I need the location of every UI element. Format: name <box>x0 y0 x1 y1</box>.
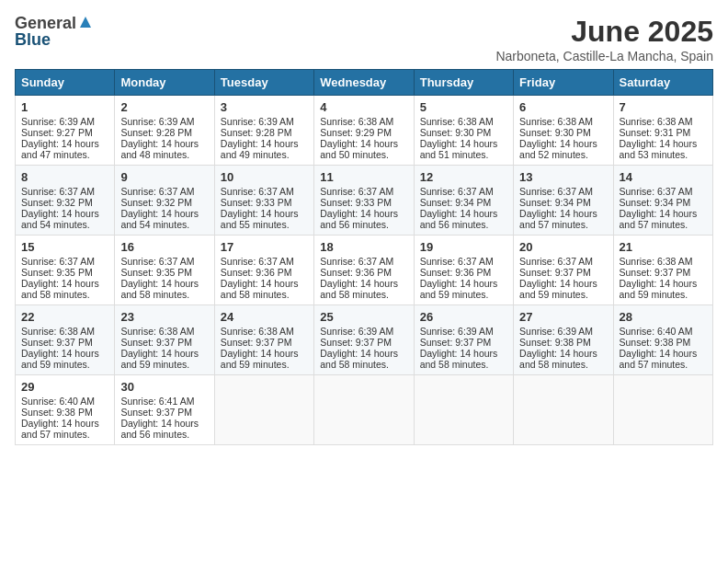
page-header: General Blue June 2025 Narboneta, Castil… <box>15 15 713 63</box>
day-number: 28 <box>620 310 707 324</box>
weekday-header: Tuesday <box>214 70 313 96</box>
sunrise-label: Sunrise: 6:39 AM <box>120 116 194 127</box>
sunrise-label: Sunrise: 6:37 AM <box>519 186 593 197</box>
daylight-label: Daylight: 14 hours and 52 minutes. <box>519 138 597 160</box>
sunset-label: Sunset: 9:29 PM <box>320 127 392 138</box>
sunset-label: Sunset: 9:31 PM <box>620 127 691 138</box>
sunset-label: Sunset: 9:37 PM <box>620 267 691 278</box>
day-number: 2 <box>120 100 208 114</box>
calendar-cell: 30 Sunrise: 6:41 AM Sunset: 9:37 PM Dayl… <box>115 375 214 445</box>
daylight-label: Daylight: 14 hours and 57 minutes. <box>620 208 698 230</box>
calendar-cell <box>214 375 313 445</box>
sunrise-label: Sunrise: 6:38 AM <box>620 116 693 127</box>
day-number: 5 <box>420 100 507 114</box>
sunrise-label: Sunrise: 6:37 AM <box>420 186 494 197</box>
sunrise-label: Sunrise: 6:37 AM <box>221 256 294 267</box>
calendar-cell: 12 Sunrise: 6:37 AM Sunset: 9:34 PM Dayl… <box>414 166 513 236</box>
daylight-label: Daylight: 14 hours and 57 minutes. <box>21 418 99 440</box>
sunset-label: Sunset: 9:38 PM <box>519 337 591 348</box>
daylight-label: Daylight: 14 hours and 56 minutes. <box>420 208 498 230</box>
sunset-label: Sunset: 9:36 PM <box>221 267 292 278</box>
day-number: 11 <box>320 170 407 184</box>
sunset-label: Sunset: 9:34 PM <box>420 197 492 208</box>
daylight-label: Daylight: 14 hours and 50 minutes. <box>320 138 398 160</box>
daylight-label: Daylight: 14 hours and 58 minutes. <box>221 278 299 300</box>
sunset-label: Sunset: 9:37 PM <box>21 337 93 348</box>
daylight-label: Daylight: 14 hours and 58 minutes. <box>120 278 199 300</box>
sunrise-label: Sunrise: 6:37 AM <box>120 256 194 267</box>
daylight-label: Daylight: 14 hours and 54 minutes. <box>21 208 99 230</box>
sunset-label: Sunset: 9:37 PM <box>519 267 591 278</box>
title-block: June 2025 Narboneta, Castille-La Mancha,… <box>495 15 713 63</box>
weekday-header: Friday <box>514 70 613 96</box>
sunset-label: Sunset: 9:36 PM <box>320 267 392 278</box>
logo: General Blue <box>15 15 92 50</box>
svg-marker-0 <box>80 17 91 28</box>
sunset-label: Sunset: 9:28 PM <box>120 127 192 138</box>
calendar-cell: 24 Sunrise: 6:38 AM Sunset: 9:37 PM Dayl… <box>214 305 313 375</box>
calendar-cell: 25 Sunrise: 6:39 AM Sunset: 9:37 PM Dayl… <box>314 305 414 375</box>
sunset-label: Sunset: 9:38 PM <box>21 407 93 418</box>
sunrise-label: Sunrise: 6:39 AM <box>420 326 494 337</box>
daylight-label: Daylight: 14 hours and 54 minutes. <box>120 208 199 230</box>
calendar-cell: 23 Sunrise: 6:38 AM Sunset: 9:37 PM Dayl… <box>115 305 214 375</box>
day-number: 18 <box>320 240 407 254</box>
sunset-label: Sunset: 9:34 PM <box>620 197 691 208</box>
calendar-cell: 14 Sunrise: 6:37 AM Sunset: 9:34 PM Dayl… <box>613 166 712 236</box>
day-number: 3 <box>221 100 308 114</box>
daylight-label: Daylight: 14 hours and 56 minutes. <box>120 418 199 440</box>
day-number: 24 <box>221 310 308 324</box>
sunrise-label: Sunrise: 6:37 AM <box>120 186 194 197</box>
calendar-cell: 9 Sunrise: 6:37 AM Sunset: 9:32 PM Dayli… <box>115 166 214 236</box>
sunrise-label: Sunrise: 6:40 AM <box>620 326 693 337</box>
sunset-label: Sunset: 9:35 PM <box>21 267 93 278</box>
logo-triangle-icon <box>79 16 92 32</box>
calendar-cell: 15 Sunrise: 6:37 AM Sunset: 9:35 PM Dayl… <box>16 236 115 305</box>
day-number: 26 <box>420 310 507 324</box>
day-number: 10 <box>221 170 308 184</box>
sunrise-label: Sunrise: 6:38 AM <box>120 326 194 337</box>
daylight-label: Daylight: 14 hours and 58 minutes. <box>21 278 99 300</box>
weekday-header: Sunday <box>16 70 115 96</box>
sunrise-label: Sunrise: 6:37 AM <box>21 186 95 197</box>
daylight-label: Daylight: 14 hours and 58 minutes. <box>320 348 398 370</box>
sunrise-label: Sunrise: 6:37 AM <box>420 256 494 267</box>
sunrise-label: Sunrise: 6:41 AM <box>120 396 194 407</box>
day-number: 1 <box>21 100 108 114</box>
weekday-header: Saturday <box>613 70 712 96</box>
calendar-cell: 29 Sunrise: 6:40 AM Sunset: 9:38 PM Dayl… <box>16 375 115 445</box>
calendar-cell: 3 Sunrise: 6:39 AM Sunset: 9:28 PM Dayli… <box>214 96 313 166</box>
daylight-label: Daylight: 14 hours and 51 minutes. <box>420 138 498 160</box>
calendar-cell: 17 Sunrise: 6:37 AM Sunset: 9:36 PM Dayl… <box>214 236 313 305</box>
sunrise-label: Sunrise: 6:38 AM <box>620 256 693 267</box>
calendar-cell: 28 Sunrise: 6:40 AM Sunset: 9:38 PM Dayl… <box>613 305 712 375</box>
sunset-label: Sunset: 9:33 PM <box>221 197 292 208</box>
sunrise-label: Sunrise: 6:38 AM <box>420 116 494 127</box>
sunset-label: Sunset: 9:30 PM <box>519 127 591 138</box>
daylight-label: Daylight: 14 hours and 49 minutes. <box>221 138 299 160</box>
sunset-label: Sunset: 9:37 PM <box>320 337 392 348</box>
calendar-cell: 11 Sunrise: 6:37 AM Sunset: 9:33 PM Dayl… <box>314 166 414 236</box>
calendar-cell: 22 Sunrise: 6:38 AM Sunset: 9:37 PM Dayl… <box>16 305 115 375</box>
sunrise-label: Sunrise: 6:37 AM <box>320 256 393 267</box>
sunset-label: Sunset: 9:36 PM <box>420 267 492 278</box>
daylight-label: Daylight: 14 hours and 59 minutes. <box>120 348 199 370</box>
sunset-label: Sunset: 9:38 PM <box>620 337 691 348</box>
sunrise-label: Sunrise: 6:39 AM <box>320 326 393 337</box>
daylight-label: Daylight: 14 hours and 57 minutes. <box>519 208 597 230</box>
sunset-label: Sunset: 9:33 PM <box>320 197 392 208</box>
calendar-cell: 10 Sunrise: 6:37 AM Sunset: 9:33 PM Dayl… <box>214 166 313 236</box>
daylight-label: Daylight: 14 hours and 59 minutes. <box>221 348 299 370</box>
month-year: June 2025 <box>495 15 713 49</box>
sunset-label: Sunset: 9:32 PM <box>21 197 93 208</box>
weekday-header: Monday <box>115 70 214 96</box>
daylight-label: Daylight: 14 hours and 56 minutes. <box>320 208 398 230</box>
sunrise-label: Sunrise: 6:37 AM <box>21 256 95 267</box>
day-number: 23 <box>120 310 208 324</box>
daylight-label: Daylight: 14 hours and 57 minutes. <box>620 348 698 370</box>
daylight-label: Daylight: 14 hours and 58 minutes. <box>420 348 498 370</box>
day-number: 13 <box>519 170 607 184</box>
sunrise-label: Sunrise: 6:37 AM <box>221 186 294 197</box>
daylight-label: Daylight: 14 hours and 59 minutes. <box>420 278 498 300</box>
day-number: 22 <box>21 310 108 324</box>
